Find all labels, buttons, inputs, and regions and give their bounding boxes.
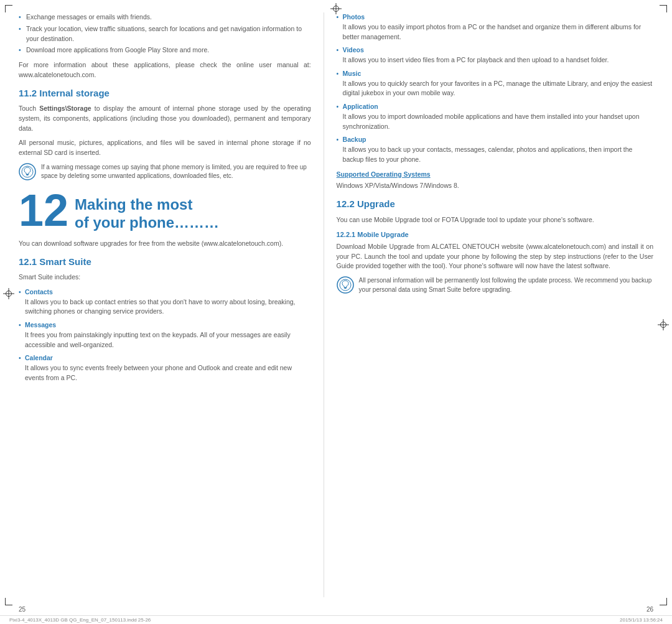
smart-suite-messages: Messages It frees you from painstakingly…	[19, 320, 311, 350]
page-num-25: 25	[19, 606, 26, 613]
svg-point-1	[22, 166, 33, 177]
note-text-11-2: If a warning message comes up saying tha…	[41, 163, 311, 181]
smart-suite-contacts: Contacts It allows you to back up contac…	[19, 287, 311, 317]
corner-mark-tr	[660, 5, 667, 12]
svg-point-5	[340, 279, 351, 291]
chapter-12-block: 12 Making the mostof your phone………	[19, 191, 311, 233]
bottom-bar: Pixi3-4_4013X_4013D GB QG_Eng_EN_07_1501…	[0, 615, 672, 624]
note-text-12-2-1: All personal information will be permane…	[359, 276, 653, 294]
chapter-12-number: 12	[19, 188, 68, 233]
smart-suite-application: Application It allows you to import down…	[337, 102, 653, 131]
section-12-2-title: 12.2 Upgrade	[337, 197, 653, 212]
section-12-1-intro: Smart Suite includes:	[19, 272, 311, 282]
chapter-12-intro: You can download software upgrades for f…	[19, 239, 311, 249]
section-11-2-title: 11.2 Internal storage	[19, 86, 311, 101]
smart-suite-music: Music It allows you to quickly search fo…	[337, 69, 653, 98]
supported-os-body: Windows XP/Vista/Windows 7/Windows 8.	[337, 181, 653, 191]
chapter-12-title: Making the mostof your phone………	[75, 191, 219, 232]
smart-suite-videos: Videos It allows you to insert video fil…	[337, 45, 653, 65]
reg-mark-left	[3, 288, 14, 299]
section-11-2-body1: Touch Settings\Storage to display the am…	[19, 104, 311, 133]
page-num-26: 26	[646, 606, 653, 613]
reg-mark-right	[658, 319, 669, 330]
corner-mark-tl	[5, 5, 12, 12]
bullet-item-3: Download more applications from Google P…	[19, 45, 311, 55]
note-box-11-2: If a warning message comes up saying tha…	[19, 163, 311, 181]
footer-file: Pixi3-4_4013X_4013D GB QG_Eng_EN_07_1501…	[9, 617, 151, 623]
intro-note: For more information about these applica…	[19, 60, 311, 80]
page-numbers: 25 26	[0, 603, 672, 615]
warning-icon	[19, 163, 36, 180]
page: Exchange messages or emails with friends…	[0, 0, 672, 624]
warning-icon-2	[337, 276, 354, 294]
bullet-item-1: Exchange messages or emails with friends…	[19, 12, 311, 22]
right-column: Photos It allows you to easily import ph…	[324, 12, 653, 597]
smart-suite-backup: Backup It allows you to back up your con…	[337, 135, 653, 164]
page-content: Exchange messages or emails with friends…	[0, 0, 672, 603]
bullet-item-2: Track your location, view traffic situat…	[19, 24, 311, 44]
left-column: Exchange messages or emails with friends…	[19, 12, 324, 597]
corner-mark-bl	[5, 598, 12, 605]
section-12-1-title: 12.1 Smart Suite	[19, 255, 311, 269]
intro-bullet-list: Exchange messages or emails with friends…	[19, 12, 311, 55]
footer-date: 2015/1/13 13:56:24	[620, 617, 663, 623]
section-11-2-body2: All personal music, pictures, applicatio…	[19, 138, 311, 158]
section-12-2-body: You can use Mobile Upgrade tool or FOTA …	[337, 215, 653, 225]
section-12-2-1-title: 12.2.1 Mobile Upgrade	[337, 230, 653, 240]
smart-suite-photos: Photos It allows you to easily import ph…	[337, 12, 653, 42]
section-12-2-1-body: Download Mobile Upgrade from ALCATEL ONE…	[337, 242, 653, 271]
note-box-12-2-1: All personal information will be permane…	[337, 276, 653, 294]
supported-os-title: Supported Operating Systems	[337, 170, 653, 180]
smart-suite-calendar: Calendar It allows you to sync events fr…	[19, 353, 311, 383]
corner-mark-br	[660, 598, 667, 605]
